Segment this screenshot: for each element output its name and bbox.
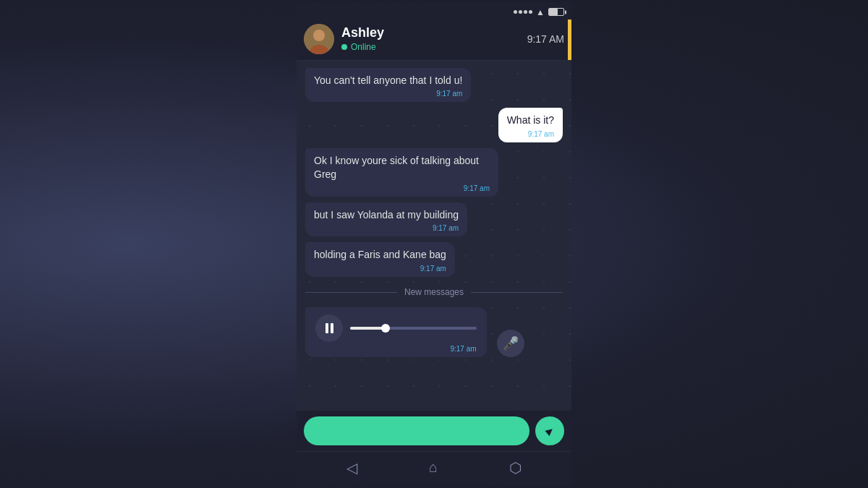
message-time-1: 9:17 am — [314, 89, 462, 99]
divider-line-left — [305, 292, 397, 293]
online-status-row: Online — [341, 42, 527, 52]
svg-point-1 — [313, 30, 325, 41]
header-info: Ashley Online — [341, 25, 527, 52]
header-time: 9:17 AM — [527, 33, 564, 45]
chat-header: Ashley Online 9:17 AM — [297, 20, 571, 61]
message-bubble-received-4: holding a Faris and Kane bag 9:17 am — [305, 242, 455, 277]
message-time-3: 9:17 am — [314, 223, 459, 234]
pause-bar-right — [331, 323, 333, 333]
audio-progress-fill — [350, 327, 386, 330]
contact-name: Ashley — [341, 25, 527, 40]
signal-dots — [514, 10, 532, 14]
message-text-4: holding a Faris and Kane bag — [314, 249, 446, 260]
divider-line-right — [471, 292, 563, 293]
message-bubble-received-2: Ok I know youre sick of talking about Gr… — [305, 148, 498, 197]
online-indicator — [341, 44, 347, 50]
audio-progress-track[interactable] — [350, 327, 477, 330]
online-label: Online — [351, 42, 376, 52]
input-bar: ► — [297, 411, 571, 451]
microphone-icon: 🎤 — [503, 335, 519, 351]
avatar-image — [304, 24, 334, 54]
message-time-4: 9:17 am — [314, 264, 446, 274]
pause-button[interactable] — [315, 314, 343, 342]
back-nav-icon[interactable]: ◁ — [346, 459, 357, 476]
phone-container: ▲ Ashley Online 9:17 AM — [297, 2, 571, 487]
nav-bar: ◁ ⌂ ⬡ — [297, 451, 571, 487]
recent-nav-icon[interactable]: ⬡ — [509, 459, 522, 476]
send-icon: ► — [541, 422, 558, 440]
send-button[interactable]: ► — [535, 416, 564, 445]
battery-fill — [549, 9, 558, 15]
status-bar: ▲ — [297, 2, 571, 20]
message-time-2: 9:17 am — [314, 184, 490, 194]
signal-dot-2 — [519, 10, 522, 14]
message-text-2: Ok I know youre sick of talking about Gr… — [314, 155, 479, 181]
new-messages-divider: New messages — [305, 287, 563, 297]
chat-area[interactable]: You can't tell anyone that I told u! 9:1… — [297, 61, 571, 411]
pause-bar-left — [326, 323, 328, 333]
message-bubble-sent-1: What is it? 9:17 am — [498, 108, 563, 142]
home-nav-icon[interactable]: ⌂ — [429, 459, 438, 476]
message-input[interactable] — [304, 416, 529, 445]
message-text-sent-1: What is it? — [507, 114, 554, 126]
wifi-icon: ▲ — [536, 7, 545, 17]
yellow-bar — [568, 20, 571, 60]
signal-dot-1 — [514, 10, 517, 14]
audio-bubble: 9:17 am — [305, 307, 487, 357]
divider-label: New messages — [404, 287, 464, 297]
audio-controls — [315, 314, 477, 342]
message-text-3: but I saw Yolanda at my building — [314, 209, 459, 221]
message-bubble-received-1: You can't tell anyone that I told u! 9:1… — [305, 68, 471, 103]
message-bubble-received-3: but I saw Yolanda at my building 9:17 am — [305, 202, 467, 237]
status-icons: ▲ — [514, 7, 564, 17]
battery-icon — [548, 8, 564, 16]
mic-button[interactable]: 🎤 — [497, 330, 524, 357]
signal-dot-3 — [524, 10, 527, 14]
audio-message-wrap: 9:17 am 🎤 — [305, 307, 524, 357]
pause-icon — [324, 323, 334, 333]
audio-progress-knob[interactable] — [381, 324, 390, 333]
signal-dot-4 — [529, 10, 532, 14]
avatar — [304, 24, 334, 54]
message-time-sent-1: 9:17 am — [507, 129, 554, 140]
message-text-1: You can't tell anyone that I told u! — [314, 74, 462, 86]
audio-message-time: 9:17 am — [315, 345, 477, 353]
